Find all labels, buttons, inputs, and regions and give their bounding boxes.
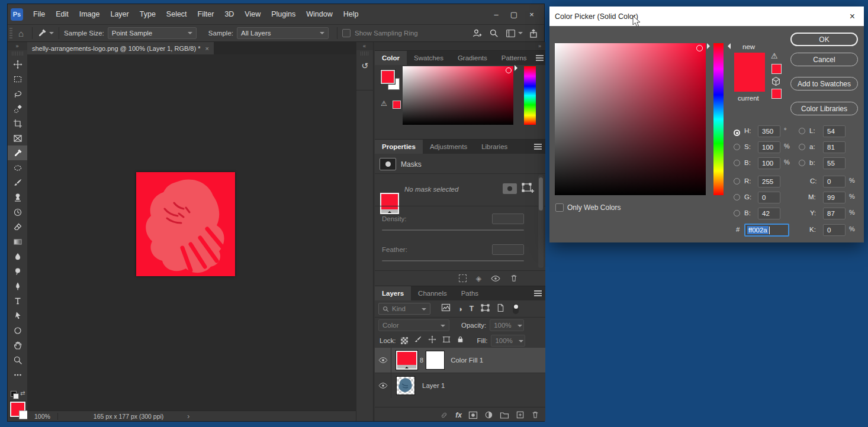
color-field-marker[interactable]	[506, 67, 512, 73]
invert-mask-icon[interactable]: ◈	[476, 274, 481, 283]
new-group-icon[interactable]	[500, 411, 509, 419]
tab-color[interactable]: Color	[375, 51, 407, 65]
layer-name[interactable]: Color Fill 1	[451, 357, 483, 364]
dialog-title-bar[interactable]: Color Picker (Solid Color) ×	[549, 7, 864, 26]
close-button[interactable]: ×	[523, 7, 541, 21]
only-web-colors-checkbox[interactable]	[555, 203, 564, 212]
tab-gradients[interactable]: Gradients	[451, 51, 494, 65]
history-panel-icon[interactable]: ↺	[358, 59, 371, 72]
filter-toggle[interactable]	[513, 304, 519, 314]
add-mask-icon[interactable]	[468, 411, 478, 419]
workspace-switcher-icon[interactable]	[506, 29, 516, 38]
eyedropper-tool[interactable]	[8, 145, 27, 160]
menu-filter[interactable]: Filter	[192, 4, 220, 24]
fill-layer-thumbnail[interactable]	[396, 351, 417, 370]
color-field[interactable]	[403, 66, 513, 125]
opacity-value[interactable]: 100%	[490, 319, 524, 331]
b-input[interactable]: 100	[758, 157, 780, 169]
tab-channels[interactable]: Channels	[411, 286, 454, 300]
r-input[interactable]: 255	[758, 176, 780, 187]
new-layer-icon[interactable]	[516, 410, 525, 419]
zoom-tool[interactable]	[8, 352, 27, 367]
pen-tool[interactable]	[8, 279, 27, 293]
feather-value[interactable]	[492, 244, 524, 255]
radio-l[interactable]	[799, 128, 805, 134]
fill-value[interactable]: 100%	[491, 335, 525, 347]
picker-hue-ramp[interactable]	[713, 43, 724, 195]
radio-g[interactable]	[734, 194, 740, 200]
default-colors-icon-bg[interactable]	[13, 393, 19, 399]
radio-r[interactable]	[734, 178, 740, 185]
b3-input[interactable]: 42	[758, 208, 780, 219]
sampling-ring-checkbox[interactable]	[342, 29, 351, 37]
layer-visibility-toggle[interactable]	[375, 373, 391, 398]
radio-a[interactable]	[799, 144, 805, 150]
frame-tool[interactable]	[8, 131, 27, 145]
tab-adjustments[interactable]: Adjustments	[423, 140, 474, 154]
layer-thumbnail[interactable]	[396, 376, 415, 395]
g-input[interactable]: 0	[758, 192, 780, 203]
b2-input[interactable]: 55	[823, 157, 846, 169]
menu-view[interactable]: View	[239, 4, 266, 24]
filter-adjustment-icon[interactable]: ◑	[458, 305, 462, 313]
edit-toolbar-icon[interactable]	[8, 367, 27, 382]
hue-ramp[interactable]	[524, 66, 536, 125]
c-input[interactable]: 0	[823, 176, 846, 187]
mask-link-icon[interactable]: 8	[420, 357, 423, 364]
layer-row-color-fill[interactable]: 8 Color Fill 1	[375, 348, 545, 373]
hue-slider-right-arrow[interactable]	[725, 43, 731, 49]
l-input[interactable]: 54	[823, 125, 846, 137]
history-brush-tool[interactable]	[8, 205, 27, 219]
share-icon[interactable]	[529, 28, 538, 38]
preset-chevron-icon[interactable]	[49, 30, 54, 37]
rectangular-marquee-tool[interactable]	[8, 72, 27, 86]
menu-3d[interactable]: 3D	[219, 4, 239, 24]
tab-swatches[interactable]: Swatches	[407, 51, 451, 65]
gamut-safe-swatch[interactable]	[771, 64, 782, 74]
k-input[interactable]: 0	[823, 224, 846, 236]
hue-pointer-icon[interactable]	[515, 65, 520, 71]
close-tab-icon[interactable]: ×	[205, 45, 208, 52]
background-color-swatch[interactable]	[19, 410, 28, 419]
menu-type[interactable]: Type	[134, 4, 161, 24]
lasso-tool[interactable]	[8, 86, 27, 101]
m-input[interactable]: 99	[823, 192, 846, 203]
share-for-review-icon[interactable]	[472, 28, 482, 38]
panel-menu-icon[interactable]	[534, 51, 545, 65]
menu-image[interactable]: Image	[74, 4, 105, 24]
density-slider[interactable]	[382, 229, 524, 231]
brush-tool[interactable]	[8, 175, 27, 190]
add-adjustment-icon[interactable]	[484, 410, 493, 419]
clone-stamp-tool[interactable]	[8, 190, 27, 205]
radio-h[interactable]	[734, 130, 740, 136]
load-selection-icon[interactable]	[459, 274, 467, 282]
tab-layers[interactable]: Layers	[375, 286, 411, 300]
menu-select[interactable]: Select	[161, 4, 192, 24]
add-vector-mask-icon[interactable]	[522, 182, 535, 196]
a-input[interactable]: 81	[823, 141, 846, 153]
blur-tool[interactable]	[8, 249, 27, 264]
crop-tool[interactable]	[8, 116, 27, 131]
menu-file[interactable]: File	[28, 4, 50, 24]
color-libraries-button[interactable]: Color Libraries	[790, 102, 858, 115]
healing-brush-tool[interactable]	[8, 160, 27, 175]
picker-field-marker[interactable]	[696, 45, 703, 51]
layer-mask-thumbnail[interactable]	[426, 351, 445, 370]
path-selection-tool[interactable]	[8, 308, 27, 323]
panel-menu-icon[interactable]	[530, 140, 545, 154]
dialog-close-icon[interactable]: ×	[846, 11, 859, 22]
gradient-tool[interactable]	[8, 234, 27, 249]
lock-transparency-icon[interactable]	[401, 337, 408, 344]
panels-collapse-icon[interactable]: »	[375, 42, 545, 50]
filter-type-icon[interactable]: T	[470, 305, 474, 313]
menu-help[interactable]: Help	[338, 4, 364, 24]
swap-colors-icon[interactable]: ⇄	[20, 390, 25, 396]
menu-plugins[interactable]: Plugins	[266, 4, 301, 24]
dock-collapse-icon[interactable]: «	[356, 42, 373, 50]
tab-paths[interactable]: Paths	[454, 286, 486, 300]
home-icon[interactable]: ⌂	[15, 28, 27, 38]
gamut-warning-icon[interactable]: ⚠	[771, 51, 778, 60]
radio-b[interactable]	[734, 160, 740, 166]
lock-artboard-icon[interactable]	[442, 335, 451, 346]
tab-patterns[interactable]: Patterns	[494, 51, 534, 65]
